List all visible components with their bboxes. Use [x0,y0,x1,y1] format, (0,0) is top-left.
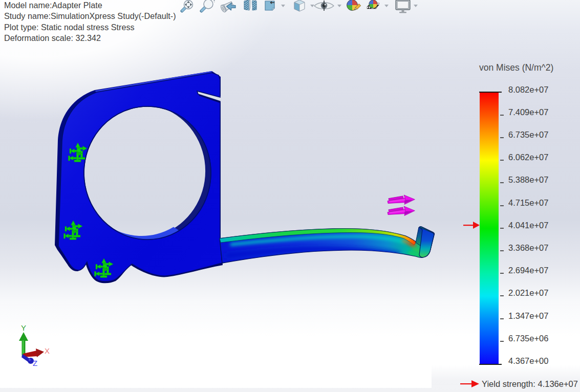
svg-text:Z: Z [33,359,37,367]
svg-text:Y: Y [21,323,26,332]
svg-text:X: X [45,346,50,355]
